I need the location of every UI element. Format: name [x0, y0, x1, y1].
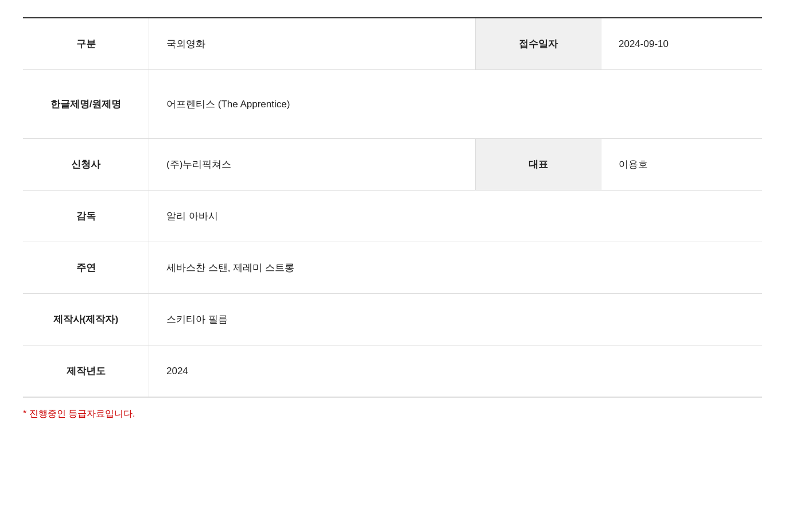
- table-row-director: 감독 알리 아바시: [23, 191, 762, 242]
- label-cell-gubun: 구분: [23, 18, 149, 69]
- table-row: 구분 국외영화 접수일자 2024-09-10: [23, 18, 762, 70]
- table-container: 구분 국외영화 접수일자 2024-09-10 한글제명/원제명 어프렌티스 (…: [23, 17, 762, 398]
- label-cell-production: 제작사(제작자): [23, 294, 149, 345]
- label-cell-title: 한글제명/원제명: [23, 70, 149, 138]
- label-cell-cast: 주연: [23, 242, 149, 293]
- table-row-cast: 주연 세바스찬 스탠, 제레미 스트롱: [23, 242, 762, 294]
- value-cell-gubun: 국외영화: [149, 18, 475, 69]
- value-cell-title: 어프렌티스 (The Apprentice): [149, 70, 762, 138]
- value-cell-production: 스키티아 필름: [149, 294, 762, 345]
- table-row-year: 제작년도 2024: [23, 345, 762, 397]
- value-cell-receipt-date: 2024-09-10: [601, 18, 762, 69]
- table-row-production: 제작사(제작자) 스키티아 필름: [23, 294, 762, 345]
- footnote: * 진행중인 등급자료입니다.: [23, 408, 762, 420]
- label-cell-receipt-date: 접수일자: [475, 18, 601, 69]
- table-row-applicant: 신청사 (주)누리픽쳐스 대표 이용호: [23, 139, 762, 191]
- value-cell-applicant: (주)누리픽쳐스: [149, 139, 475, 190]
- label-cell-year: 제작년도: [23, 345, 149, 397]
- label-cell-director: 감독: [23, 191, 149, 242]
- label-cell-applicant: 신청사: [23, 139, 149, 190]
- value-cell-cast: 세바스찬 스탠, 제레미 스트롱: [149, 242, 762, 293]
- value-cell-year: 2024: [149, 345, 762, 397]
- label-cell-representative: 대표: [475, 139, 601, 190]
- value-cell-director: 알리 아바시: [149, 191, 762, 242]
- table-row-title: 한글제명/원제명 어프렌티스 (The Apprentice): [23, 70, 762, 139]
- value-cell-representative: 이용호: [601, 139, 762, 190]
